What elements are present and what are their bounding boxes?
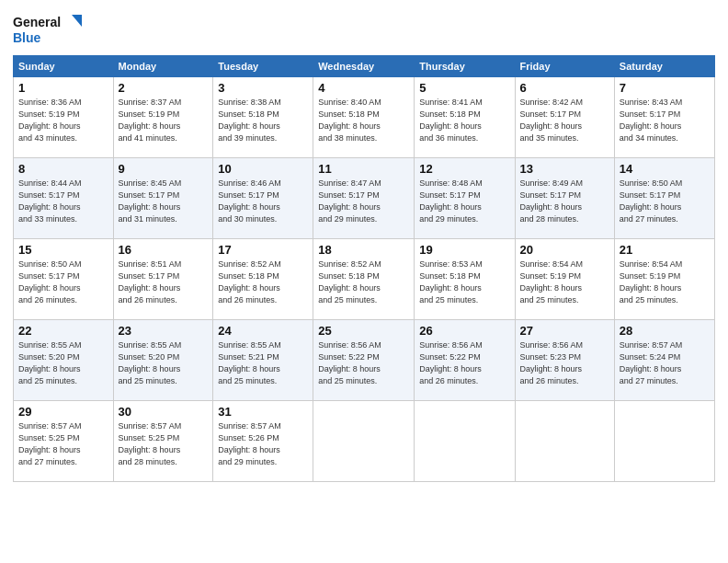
calendar-cell: 4Sunrise: 8:40 AMSunset: 5:18 PMDaylight… [313, 77, 415, 158]
day-number: 23 [119, 324, 209, 338]
day-number: 27 [520, 324, 609, 338]
col-header-tuesday: Tuesday [213, 56, 313, 77]
day-number: 15 [18, 243, 108, 257]
day-number: 24 [218, 324, 308, 338]
calendar-cell: 26Sunrise: 8:56 AMSunset: 5:22 PMDayligh… [415, 320, 515, 401]
day-info: Sunrise: 8:52 AMSunset: 5:18 PMDaylight:… [218, 259, 308, 306]
day-number: 21 [620, 243, 710, 257]
col-header-friday: Friday [515, 56, 614, 77]
day-info: Sunrise: 8:48 AMSunset: 5:17 PMDaylight:… [419, 178, 509, 225]
day-info: Sunrise: 8:57 AMSunset: 5:24 PMDaylight:… [620, 339, 710, 387]
day-number: 14 [620, 162, 710, 176]
calendar-cell: 31Sunrise: 8:57 AMSunset: 5:26 PMDayligh… [213, 401, 313, 482]
calendar-cell: 2Sunrise: 8:37 AMSunset: 5:19 PMDaylight… [113, 77, 213, 158]
day-number: 31 [218, 405, 308, 419]
day-number: 16 [119, 243, 209, 257]
calendar-cell: 14Sunrise: 8:50 AMSunset: 5:17 PMDayligh… [614, 158, 714, 239]
calendar-cell: 27Sunrise: 8:56 AMSunset: 5:23 PMDayligh… [515, 320, 614, 401]
day-info: Sunrise: 8:38 AMSunset: 5:18 PMDaylight:… [218, 97, 308, 144]
week-row-5: 29Sunrise: 8:57 AMSunset: 5:25 PMDayligh… [14, 401, 715, 482]
svg-text:General: General [13, 15, 61, 29]
calendar-cell: 25Sunrise: 8:56 AMSunset: 5:22 PMDayligh… [313, 320, 415, 401]
day-info: Sunrise: 8:37 AMSunset: 5:19 PMDaylight:… [119, 97, 209, 144]
day-number: 26 [419, 324, 509, 338]
day-info: Sunrise: 8:40 AMSunset: 5:18 PMDaylight:… [318, 97, 409, 144]
calendar-cell [313, 401, 415, 482]
day-info: Sunrise: 8:54 AMSunset: 5:19 PMDaylight:… [620, 259, 710, 306]
calendar-cell: 10Sunrise: 8:46 AMSunset: 5:17 PMDayligh… [213, 158, 313, 239]
calendar-cell: 30Sunrise: 8:57 AMSunset: 5:25 PMDayligh… [113, 401, 213, 482]
day-info: Sunrise: 8:51 AMSunset: 5:17 PMDaylight:… [119, 259, 209, 306]
day-number: 5 [419, 81, 509, 95]
calendar-cell: 12Sunrise: 8:48 AMSunset: 5:17 PMDayligh… [415, 158, 515, 239]
col-header-saturday: Saturday [614, 56, 714, 77]
calendar-cell: 3Sunrise: 8:38 AMSunset: 5:18 PMDaylight… [213, 77, 313, 158]
day-info: Sunrise: 8:36 AMSunset: 5:19 PMDaylight:… [18, 97, 108, 144]
day-info: Sunrise: 8:44 AMSunset: 5:17 PMDaylight:… [18, 178, 108, 225]
day-number: 25 [318, 324, 409, 338]
day-number: 29 [18, 405, 108, 419]
col-header-thursday: Thursday [415, 56, 515, 77]
day-info: Sunrise: 8:49 AMSunset: 5:17 PMDaylight:… [520, 178, 609, 225]
day-info: Sunrise: 8:50 AMSunset: 5:17 PMDaylight:… [620, 178, 710, 225]
day-number: 20 [520, 243, 609, 257]
day-info: Sunrise: 8:53 AMSunset: 5:18 PMDaylight:… [419, 259, 509, 306]
day-info: Sunrise: 8:55 AMSunset: 5:20 PMDaylight:… [119, 339, 209, 387]
day-number: 6 [520, 81, 609, 95]
day-info: Sunrise: 8:55 AMSunset: 5:20 PMDaylight:… [18, 339, 108, 387]
calendar-cell: 16Sunrise: 8:51 AMSunset: 5:17 PMDayligh… [113, 239, 213, 320]
calendar-header-row: SundayMondayTuesdayWednesdayThursdayFrid… [14, 56, 715, 77]
logo: GeneralBlue [13, 11, 86, 48]
day-info: Sunrise: 8:52 AMSunset: 5:18 PMDaylight:… [318, 259, 409, 306]
day-info: Sunrise: 8:57 AMSunset: 5:25 PMDaylight:… [18, 420, 108, 468]
calendar-cell [515, 401, 614, 482]
day-number: 9 [119, 162, 209, 176]
calendar-cell: 7Sunrise: 8:43 AMSunset: 5:17 PMDaylight… [614, 77, 714, 158]
calendar-cell: 17Sunrise: 8:52 AMSunset: 5:18 PMDayligh… [213, 239, 313, 320]
day-number: 11 [318, 162, 409, 176]
day-info: Sunrise: 8:46 AMSunset: 5:17 PMDaylight:… [218, 178, 308, 225]
day-info: Sunrise: 8:43 AMSunset: 5:17 PMDaylight:… [620, 97, 710, 144]
day-number: 8 [18, 162, 108, 176]
day-info: Sunrise: 8:54 AMSunset: 5:19 PMDaylight:… [520, 259, 609, 306]
calendar-cell: 22Sunrise: 8:55 AMSunset: 5:20 PMDayligh… [14, 320, 114, 401]
logo-svg: GeneralBlue [13, 11, 86, 48]
calendar-cell: 13Sunrise: 8:49 AMSunset: 5:17 PMDayligh… [515, 158, 614, 239]
day-number: 17 [218, 243, 308, 257]
day-info: Sunrise: 8:55 AMSunset: 5:21 PMDaylight:… [218, 339, 308, 387]
day-number: 3 [218, 81, 308, 95]
day-info: Sunrise: 8:57 AMSunset: 5:26 PMDaylight:… [218, 420, 308, 468]
calendar-cell: 1Sunrise: 8:36 AMSunset: 5:19 PMDaylight… [14, 77, 114, 158]
week-row-2: 8Sunrise: 8:44 AMSunset: 5:17 PMDaylight… [14, 158, 715, 239]
day-number: 7 [620, 81, 710, 95]
day-number: 28 [620, 324, 710, 338]
calendar-cell: 28Sunrise: 8:57 AMSunset: 5:24 PMDayligh… [614, 320, 714, 401]
day-number: 18 [318, 243, 409, 257]
day-number: 1 [18, 81, 108, 95]
day-info: Sunrise: 8:45 AMSunset: 5:17 PMDaylight:… [119, 178, 209, 225]
calendar-cell: 6Sunrise: 8:42 AMSunset: 5:17 PMDaylight… [515, 77, 614, 158]
calendar-cell: 15Sunrise: 8:50 AMSunset: 5:17 PMDayligh… [14, 239, 114, 320]
calendar-cell: 9Sunrise: 8:45 AMSunset: 5:17 PMDaylight… [113, 158, 213, 239]
calendar-cell: 29Sunrise: 8:57 AMSunset: 5:25 PMDayligh… [14, 401, 114, 482]
day-number: 10 [218, 162, 308, 176]
calendar-cell: 20Sunrise: 8:54 AMSunset: 5:19 PMDayligh… [515, 239, 614, 320]
calendar-cell: 19Sunrise: 8:53 AMSunset: 5:18 PMDayligh… [415, 239, 515, 320]
week-row-4: 22Sunrise: 8:55 AMSunset: 5:20 PMDayligh… [14, 320, 715, 401]
calendar-cell: 24Sunrise: 8:55 AMSunset: 5:21 PMDayligh… [213, 320, 313, 401]
week-row-1: 1Sunrise: 8:36 AMSunset: 5:19 PMDaylight… [14, 77, 715, 158]
calendar-cell: 23Sunrise: 8:55 AMSunset: 5:20 PMDayligh… [113, 320, 213, 401]
calendar-cell: 8Sunrise: 8:44 AMSunset: 5:17 PMDaylight… [14, 158, 114, 239]
calendar-cell [614, 401, 714, 482]
day-info: Sunrise: 8:56 AMSunset: 5:23 PMDaylight:… [520, 339, 609, 387]
day-info: Sunrise: 8:41 AMSunset: 5:18 PMDaylight:… [419, 97, 509, 144]
calendar-table: SundayMondayTuesdayWednesdayThursdayFrid… [13, 55, 715, 482]
col-header-monday: Monday [113, 56, 213, 77]
svg-text:Blue: Blue [13, 30, 41, 45]
day-info: Sunrise: 8:47 AMSunset: 5:17 PMDaylight:… [318, 178, 409, 225]
header: GeneralBlue [13, 11, 715, 48]
day-number: 4 [318, 81, 409, 95]
day-number: 12 [419, 162, 509, 176]
day-number: 30 [119, 405, 209, 419]
day-info: Sunrise: 8:50 AMSunset: 5:17 PMDaylight:… [18, 259, 108, 306]
